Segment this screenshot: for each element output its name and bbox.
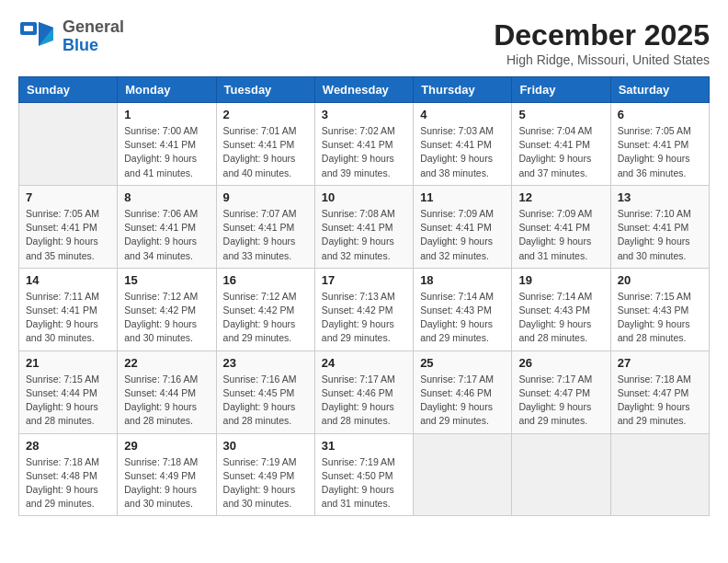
logo-blue: Blue xyxy=(63,36,98,54)
day-info: Sunrise: 7:17 AMSunset: 4:46 PMDaylight:… xyxy=(420,373,505,429)
day-info: Sunrise: 7:09 AMSunset: 4:41 PMDaylight:… xyxy=(518,207,603,263)
weekday-header-sunday: Sunday xyxy=(19,77,118,103)
logo: General Blue xyxy=(18,18,124,55)
day-number: 17 xyxy=(322,273,406,287)
day-cell: 21Sunrise: 7:15 AMSunset: 4:44 PMDayligh… xyxy=(19,350,118,433)
day-info: Sunrise: 7:17 AMSunset: 4:47 PMDaylight:… xyxy=(518,373,603,429)
svg-rect-1 xyxy=(24,26,33,31)
week-row-2: 7Sunrise: 7:05 AMSunset: 4:41 PMDaylight… xyxy=(19,185,710,268)
logo-general: General xyxy=(63,17,124,36)
day-number: 20 xyxy=(618,273,702,287)
day-info: Sunrise: 7:07 AMSunset: 4:41 PMDaylight:… xyxy=(223,207,308,263)
day-cell: 18Sunrise: 7:14 AMSunset: 4:43 PMDayligh… xyxy=(414,268,512,350)
day-info: Sunrise: 7:06 AMSunset: 4:41 PMDaylight:… xyxy=(124,207,209,263)
weekday-header-tuesday: Tuesday xyxy=(216,77,314,103)
month-year: December 2025 xyxy=(494,18,710,52)
calendar-body: 1Sunrise: 7:00 AMSunset: 4:41 PMDaylight… xyxy=(19,103,710,516)
day-cell: 8Sunrise: 7:06 AMSunset: 4:41 PMDaylight… xyxy=(118,185,216,268)
day-number: 24 xyxy=(322,356,406,370)
day-number: 25 xyxy=(420,356,505,370)
day-info: Sunrise: 7:16 AMSunset: 4:44 PMDaylight:… xyxy=(124,373,209,429)
day-cell: 27Sunrise: 7:18 AMSunset: 4:47 PMDayligh… xyxy=(610,350,709,433)
day-info: Sunrise: 7:11 AMSunset: 4:41 PMDaylight:… xyxy=(26,290,110,346)
day-number: 23 xyxy=(223,356,308,370)
day-number: 28 xyxy=(26,439,110,453)
day-number: 18 xyxy=(420,273,505,287)
week-row-5: 28Sunrise: 7:18 AMSunset: 4:48 PMDayligh… xyxy=(19,433,710,516)
day-cell xyxy=(19,103,118,186)
day-cell: 30Sunrise: 7:19 AMSunset: 4:49 PMDayligh… xyxy=(216,433,314,516)
day-info: Sunrise: 7:18 AMSunset: 4:48 PMDaylight:… xyxy=(26,455,110,511)
day-info: Sunrise: 7:12 AMSunset: 4:42 PMDaylight:… xyxy=(223,290,308,346)
day-info: Sunrise: 7:14 AMSunset: 4:43 PMDaylight:… xyxy=(420,290,505,346)
weekday-header-wednesday: Wednesday xyxy=(314,77,413,103)
day-cell: 5Sunrise: 7:04 AMSunset: 4:41 PMDaylight… xyxy=(512,103,610,186)
day-cell: 20Sunrise: 7:15 AMSunset: 4:43 PMDayligh… xyxy=(610,268,709,350)
calendar: SundayMondayTuesdayWednesdayThursdayFrid… xyxy=(18,76,710,516)
title-block: December 2025 High Ridge, Missouri, Unit… xyxy=(494,18,710,67)
weekday-header-saturday: Saturday xyxy=(610,77,709,103)
day-cell: 12Sunrise: 7:09 AMSunset: 4:41 PMDayligh… xyxy=(512,185,610,268)
day-info: Sunrise: 7:17 AMSunset: 4:46 PMDaylight:… xyxy=(322,373,406,429)
day-info: Sunrise: 7:15 AMSunset: 4:44 PMDaylight:… xyxy=(26,373,110,429)
day-number: 30 xyxy=(223,439,308,453)
day-number: 2 xyxy=(223,108,308,121)
day-number: 19 xyxy=(518,273,603,287)
day-info: Sunrise: 7:19 AMSunset: 4:50 PMDaylight:… xyxy=(322,455,406,511)
day-cell: 11Sunrise: 7:09 AMSunset: 4:41 PMDayligh… xyxy=(414,185,512,268)
day-cell: 13Sunrise: 7:10 AMSunset: 4:41 PMDayligh… xyxy=(610,185,709,268)
week-row-3: 14Sunrise: 7:11 AMSunset: 4:41 PMDayligh… xyxy=(19,268,710,350)
day-info: Sunrise: 7:15 AMSunset: 4:43 PMDaylight:… xyxy=(618,290,702,346)
day-info: Sunrise: 7:01 AMSunset: 4:41 PMDaylight:… xyxy=(223,124,308,180)
day-info: Sunrise: 7:09 AMSunset: 4:41 PMDaylight:… xyxy=(420,207,505,263)
day-cell: 14Sunrise: 7:11 AMSunset: 4:41 PMDayligh… xyxy=(19,268,118,350)
day-cell: 9Sunrise: 7:07 AMSunset: 4:41 PMDaylight… xyxy=(216,185,314,268)
day-number: 22 xyxy=(124,356,209,370)
day-cell xyxy=(512,433,610,516)
day-number: 26 xyxy=(518,356,603,370)
day-info: Sunrise: 7:16 AMSunset: 4:45 PMDaylight:… xyxy=(223,373,308,429)
day-cell: 19Sunrise: 7:14 AMSunset: 4:43 PMDayligh… xyxy=(512,268,610,350)
day-cell: 17Sunrise: 7:13 AMSunset: 4:42 PMDayligh… xyxy=(314,268,413,350)
day-info: Sunrise: 7:18 AMSunset: 4:47 PMDaylight:… xyxy=(618,373,702,429)
day-info: Sunrise: 7:05 AMSunset: 4:41 PMDaylight:… xyxy=(26,207,110,263)
week-row-4: 21Sunrise: 7:15 AMSunset: 4:44 PMDayligh… xyxy=(19,350,710,433)
day-number: 12 xyxy=(518,190,603,204)
weekday-header-monday: Monday xyxy=(118,77,216,103)
day-number: 1 xyxy=(124,108,209,121)
day-cell: 2Sunrise: 7:01 AMSunset: 4:41 PMDaylight… xyxy=(216,103,314,186)
day-number: 13 xyxy=(618,190,702,204)
day-number: 15 xyxy=(124,273,209,287)
day-cell: 23Sunrise: 7:16 AMSunset: 4:45 PMDayligh… xyxy=(216,350,314,433)
day-cell: 4Sunrise: 7:03 AMSunset: 4:41 PMDaylight… xyxy=(414,103,512,186)
day-number: 21 xyxy=(26,356,110,370)
day-cell: 1Sunrise: 7:00 AMSunset: 4:41 PMDaylight… xyxy=(118,103,216,186)
day-cell: 24Sunrise: 7:17 AMSunset: 4:46 PMDayligh… xyxy=(314,350,413,433)
day-number: 9 xyxy=(223,190,308,204)
day-number: 14 xyxy=(26,273,110,287)
day-info: Sunrise: 7:05 AMSunset: 4:41 PMDaylight:… xyxy=(618,124,702,180)
day-info: Sunrise: 7:19 AMSunset: 4:49 PMDaylight:… xyxy=(223,455,308,511)
day-number: 7 xyxy=(26,190,110,204)
day-info: Sunrise: 7:00 AMSunset: 4:41 PMDaylight:… xyxy=(124,124,209,180)
day-cell: 28Sunrise: 7:18 AMSunset: 4:48 PMDayligh… xyxy=(19,433,118,516)
day-number: 6 xyxy=(618,108,702,121)
day-number: 11 xyxy=(420,190,505,204)
day-number: 4 xyxy=(420,108,505,121)
day-number: 10 xyxy=(322,190,406,204)
day-info: Sunrise: 7:10 AMSunset: 4:41 PMDaylight:… xyxy=(618,207,702,263)
day-info: Sunrise: 7:14 AMSunset: 4:43 PMDaylight:… xyxy=(518,290,603,346)
day-cell xyxy=(414,433,512,516)
day-cell: 3Sunrise: 7:02 AMSunset: 4:41 PMDaylight… xyxy=(314,103,413,186)
day-info: Sunrise: 7:08 AMSunset: 4:41 PMDaylight:… xyxy=(322,207,406,263)
day-info: Sunrise: 7:02 AMSunset: 4:41 PMDaylight:… xyxy=(322,124,406,180)
day-cell: 16Sunrise: 7:12 AMSunset: 4:42 PMDayligh… xyxy=(216,268,314,350)
day-cell: 25Sunrise: 7:17 AMSunset: 4:46 PMDayligh… xyxy=(414,350,512,433)
weekday-header-row: SundayMondayTuesdayWednesdayThursdayFrid… xyxy=(19,77,710,103)
day-number: 8 xyxy=(124,190,209,204)
day-number: 27 xyxy=(618,356,702,370)
header: General Blue December 2025 High Ridge, M… xyxy=(18,18,710,67)
day-cell: 22Sunrise: 7:16 AMSunset: 4:44 PMDayligh… xyxy=(118,350,216,433)
day-number: 29 xyxy=(124,439,209,453)
day-cell: 6Sunrise: 7:05 AMSunset: 4:41 PMDaylight… xyxy=(610,103,709,186)
